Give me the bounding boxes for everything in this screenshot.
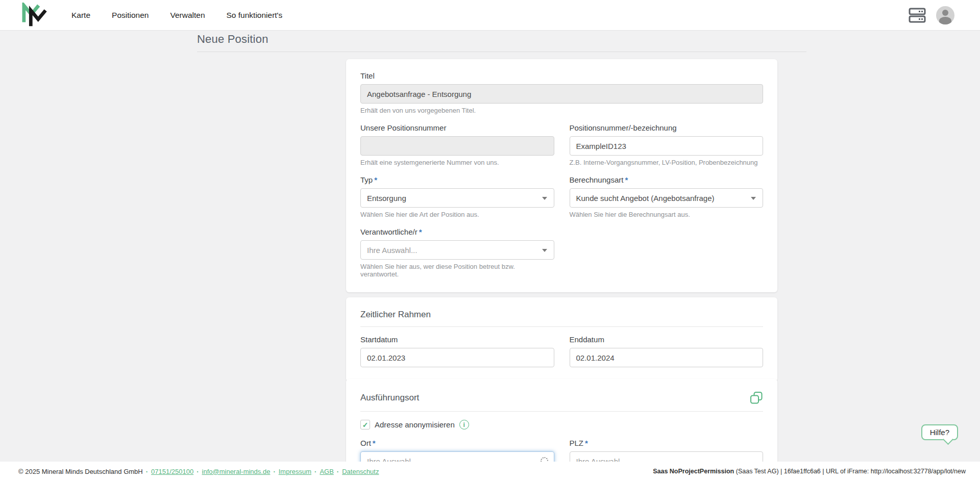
- verantwortliche-select[interactable]: Ihre Auswahl...: [360, 240, 554, 260]
- user-avatar[interactable]: [936, 6, 954, 24]
- server-stack-icon[interactable]: [909, 7, 926, 23]
- separator: ·: [146, 468, 148, 475]
- chevron-down-icon: [542, 249, 547, 252]
- startdatum-field: Startdatum: [360, 335, 554, 367]
- impressum-link[interactable]: Impressum: [279, 468, 311, 475]
- unsere-positionsnummer-field: Unsere Positionsnummer Erhält eine syste…: [360, 123, 554, 166]
- card-title: Ausführungsort: [360, 393, 419, 403]
- titel-field: Titel Erhält den von uns vorgegebenen Ti…: [360, 71, 763, 114]
- required-asterisk: *: [625, 175, 628, 184]
- titel-label: Titel: [360, 71, 763, 80]
- typ-helper: Wählen Sie hier die Art der Position aus…: [360, 211, 554, 218]
- topbar-right: [909, 6, 980, 24]
- nav-item-positionen[interactable]: Positionen: [112, 11, 149, 20]
- footer-environment-info: Saas NoProjectPermission (Saas Test AG) …: [653, 468, 966, 475]
- typ-field: Typ* Entsorgung Wählen Sie hier die Art …: [360, 175, 554, 218]
- berechnungsart-label: Berechnungsart*: [570, 175, 764, 184]
- copy-icon[interactable]: [750, 391, 763, 404]
- checkmark-icon: ✓: [362, 421, 369, 428]
- page-title: Neue Position: [197, 33, 806, 46]
- unsere-positionsnummer-helper: Erhält eine systemgenerierte Nummer von …: [360, 159, 554, 166]
- copyright-text: © 2025 Mineral Minds Deutschland GmbH: [18, 468, 143, 475]
- zeitlicher-rahmen-card: Zeitlicher Rahmen Startdatum Enddatum: [346, 297, 777, 382]
- adresse-anonymisieren-label[interactable]: Adresse anonymisieren: [375, 420, 455, 429]
- separator: ·: [197, 468, 199, 475]
- adresse-anonymisieren-row: ✓ Adresse anonymisieren i: [360, 420, 763, 429]
- help-button[interactable]: Hilfe?: [921, 424, 958, 440]
- verantwortliche-label: Verantwortliche/r*: [360, 227, 554, 236]
- main-nav: Karte Positionen Verwalten So funktionie…: [71, 11, 282, 20]
- required-asterisk: *: [585, 439, 588, 447]
- nav-item-verwalten[interactable]: Verwalten: [170, 11, 205, 20]
- footer: © 2025 Mineral Minds Deutschland GmbH · …: [0, 462, 980, 481]
- datenschutz-link[interactable]: Datenschutz: [342, 468, 379, 475]
- positionsnummer-label: Positionsnummer/-bezeichnung: [570, 123, 764, 132]
- required-asterisk: *: [373, 439, 376, 447]
- verantwortliche-helper: Wählen Sie hier aus, wer diese Position …: [360, 263, 554, 278]
- separator: ·: [273, 468, 275, 475]
- card-title: Zeitlicher Rahmen: [360, 310, 431, 320]
- mineral-minds-logo-icon[interactable]: [20, 3, 49, 28]
- email-link[interactable]: info@mineral-minds.de: [202, 468, 271, 475]
- titel-helper: Erhält den von uns vorgegebenen Titel.: [360, 107, 763, 114]
- nav-item-so-funktionierts[interactable]: So funktioniert's: [227, 11, 283, 20]
- page-title-section: Neue Position: [197, 33, 806, 52]
- typ-label: Typ*: [360, 175, 554, 184]
- positionsnummer-input[interactable]: [570, 136, 764, 156]
- enddatum-label: Enddatum: [570, 335, 764, 344]
- plz-label: PLZ*: [570, 439, 764, 447]
- nav-item-karte[interactable]: Karte: [71, 11, 90, 20]
- berechnungsart-field: Berechnungsart* Kunde sucht Angebot (Ang…: [570, 175, 764, 218]
- position-basics-card: Titel Erhält den von uns vorgegebenen Ti…: [346, 59, 777, 292]
- info-icon[interactable]: i: [459, 420, 469, 429]
- iframe-url-text: (Saas Test AG) | 16fae1ffc6a6 | URL of i…: [734, 468, 966, 475]
- separator: ·: [337, 468, 339, 475]
- titel-input: [360, 84, 763, 104]
- berechnungsart-select[interactable]: Kunde sucht Angebot (Angebotsanfrage): [570, 188, 764, 208]
- verantwortliche-field: Verantwortliche/r* Ihre Auswahl... Wähle…: [360, 227, 554, 278]
- enddatum-input[interactable]: [570, 348, 764, 367]
- adresse-anonymisieren-checkbox[interactable]: ✓: [360, 420, 370, 429]
- separator: ·: [314, 468, 316, 475]
- positionsnummer-field: Positionsnummer/-bezeichnung Z.B. Intern…: [570, 123, 764, 166]
- phone-link[interactable]: 07151/250100: [151, 468, 193, 475]
- zeitlicher-rahmen-header: Zeitlicher Rahmen: [360, 310, 763, 327]
- chevron-down-icon: [542, 197, 547, 200]
- unsere-positionsnummer-label: Unsere Positionsnummer: [360, 123, 554, 132]
- startdatum-input[interactable]: [360, 348, 554, 367]
- startdatum-label: Startdatum: [360, 335, 554, 344]
- top-navigation-bar: Karte Positionen Verwalten So funktionie…: [0, 0, 980, 31]
- positionsnummer-helper: Z.B. Interne-Vorgangsnummer, LV-Position…: [570, 159, 764, 166]
- agb-link[interactable]: AGB: [320, 468, 333, 475]
- unsere-positionsnummer-input: [360, 136, 554, 156]
- ort-label: Ort*: [360, 439, 554, 447]
- footer-left: © 2025 Mineral Minds Deutschland GmbH · …: [18, 468, 379, 475]
- ausfuehrungsort-header: Ausführungsort: [360, 391, 763, 412]
- required-asterisk: *: [419, 227, 422, 236]
- berechnungsart-helper: Wählen Sie hier die Berechnungsart aus.: [570, 211, 764, 218]
- required-asterisk: *: [374, 175, 377, 184]
- avatar-body-icon: [939, 17, 951, 24]
- saas-permission-text: Saas NoProjectPermission: [653, 468, 734, 475]
- avatar-head-icon: [942, 10, 948, 16]
- enddatum-field: Enddatum: [570, 335, 764, 367]
- typ-select[interactable]: Entsorgung: [360, 188, 554, 208]
- chevron-down-icon: [751, 197, 756, 200]
